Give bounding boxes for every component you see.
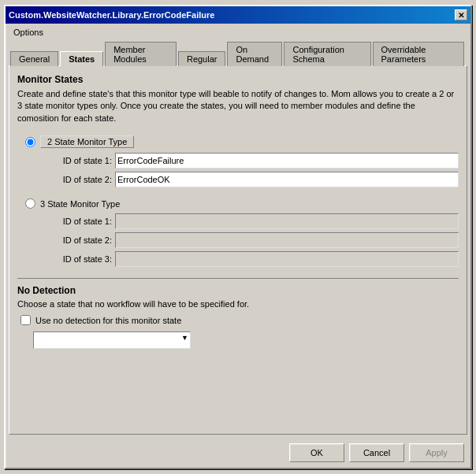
tab-configuration-schema[interactable]: Configuration Schema xyxy=(284,42,370,66)
no-detection-dropdown-row xyxy=(33,331,459,349)
three-state-field-3: ID of state 3: xyxy=(49,251,459,267)
three-state-row: 3 State Monitor Type xyxy=(25,198,459,209)
menu-item-options[interactable]: Options xyxy=(9,26,48,39)
tab-regular[interactable]: Regular xyxy=(178,51,226,66)
three-state-label-3: ID of state 3: xyxy=(49,254,112,264)
three-state-label-1: ID of state 1: xyxy=(49,217,112,226)
three-state-label: 3 State Monitor Type xyxy=(40,199,120,209)
no-detection-dropdown-wrapper xyxy=(33,331,191,349)
two-state-input-2[interactable] xyxy=(115,172,459,187)
no-detection-checkbox[interactable] xyxy=(20,315,31,325)
two-state-fields: ID of state 1: ID of state 2: xyxy=(49,153,459,187)
close-button[interactable]: ✕ xyxy=(455,9,467,20)
two-state-label-1: ID of state 1: xyxy=(49,156,112,165)
no-detection-checkbox-row: Use no detection for this monitor state xyxy=(20,315,459,325)
no-detection-checkbox-label: Use no detection for this monitor state xyxy=(35,316,181,325)
tab-overridable-parameters[interactable]: Overridable Parameters xyxy=(373,42,464,66)
three-state-input-2[interactable] xyxy=(115,232,459,248)
two-state-label-2: ID of state 2: xyxy=(49,175,112,184)
main-window: Custom.WebsiteWatcher.Library.ErrorCodeF… xyxy=(4,5,472,469)
three-state-field-2: ID of state 2: xyxy=(49,232,459,248)
no-detection-title: No Detection xyxy=(17,285,459,296)
apply-button[interactable]: Apply xyxy=(409,443,464,462)
three-state-input-3[interactable] xyxy=(115,251,459,267)
tab-states[interactable]: States xyxy=(60,51,103,66)
two-state-field-2: ID of state 2: xyxy=(49,172,459,187)
separator xyxy=(17,278,459,279)
tab-bar: General States Member Modules Regular On… xyxy=(6,41,470,65)
three-state-fields: ID of state 1: ID of state 2: ID of stat… xyxy=(49,213,459,267)
cancel-button[interactable]: Cancel xyxy=(349,443,404,462)
two-state-input-1[interactable] xyxy=(115,153,459,168)
two-state-field-1: ID of state 1: xyxy=(49,153,459,168)
two-state-row: 2 State Monitor Type xyxy=(25,135,459,148)
no-detection-dropdown[interactable] xyxy=(33,331,191,349)
monitor-type-group: 2 State Monitor Type ID of state 1: ID o… xyxy=(25,135,459,267)
tab-content-states: Monitor States Create and define state's… xyxy=(9,65,467,435)
description-text: Create and define state's that this moni… xyxy=(17,88,459,124)
button-bar: OK Cancel Apply xyxy=(6,438,470,468)
tab-general[interactable]: General xyxy=(10,51,58,66)
tab-member-modules[interactable]: Member Modules xyxy=(105,42,177,66)
ok-button[interactable]: OK xyxy=(289,443,344,462)
three-state-field-1: ID of state 1: xyxy=(49,213,459,229)
section-title: Monitor States xyxy=(17,74,459,85)
window-title: Custom.WebsiteWatcher.Library.ErrorCodeF… xyxy=(9,10,214,20)
two-state-label[interactable]: 2 State Monitor Type xyxy=(40,135,134,148)
three-state-input-1[interactable] xyxy=(115,213,459,229)
menu-bar: Options xyxy=(6,24,470,41)
tab-on-demand[interactable]: On Demand xyxy=(227,42,282,66)
two-state-radio[interactable] xyxy=(25,137,35,147)
three-state-radio[interactable] xyxy=(25,198,35,209)
three-state-label-2: ID of state 2: xyxy=(49,235,112,245)
no-detection-desc: Choose a state that no workflow will hav… xyxy=(17,299,459,309)
title-bar: Custom.WebsiteWatcher.Library.ErrorCodeF… xyxy=(6,6,470,24)
